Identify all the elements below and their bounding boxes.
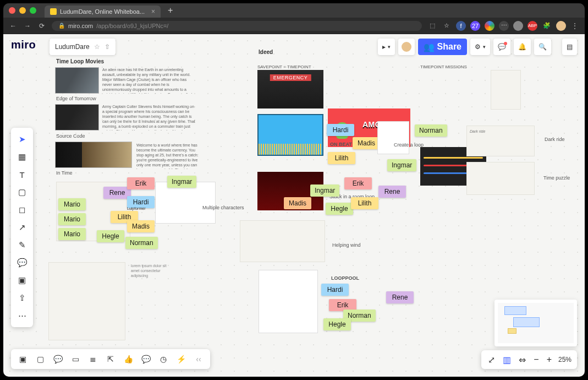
url-bar[interactable]: 🔒 miro.com/app/board/o9J_kjsUPNc=/	[52, 21, 422, 31]
sticky[interactable]: Lilith	[328, 152, 355, 164]
ext-icon[interactable]	[485, 21, 494, 31]
notifications-icon[interactable]: 🔔	[514, 39, 531, 55]
movie-caption[interactable]: Edge of Tomorrow	[56, 96, 96, 101]
upload-icon[interactable]: ⇧	[105, 43, 110, 51]
reload-button[interactable]: ⟳	[37, 21, 46, 30]
sticky[interactable]: Ingmar	[310, 184, 339, 197]
sticky[interactable]: Erik	[127, 177, 155, 189]
template-tool[interactable]: ▦	[13, 149, 31, 165]
share-button[interactable]: 👥 Share	[418, 39, 467, 55]
sticky[interactable]: Rene	[378, 186, 406, 198]
chat-icon[interactable]: 💬	[138, 351, 154, 367]
settings-icon[interactable]: ⚙▾	[470, 39, 490, 55]
ext-icon[interactable]	[513, 21, 523, 31]
zoom-in-button[interactable]: +	[546, 355, 553, 365]
star-board-icon[interactable]: ☆	[94, 43, 100, 51]
sticky[interactable]: Hegle	[326, 203, 353, 215]
movie-desc[interactable]: Welcome to a world where time has become…	[136, 143, 200, 169]
section-title[interactable]: Ideed	[259, 49, 273, 55]
present-icon[interactable]: ▢	[32, 351, 48, 367]
image-in-time[interactable]	[55, 142, 132, 168]
forward-button[interactable]: →	[23, 21, 32, 30]
sticky[interactable]: Hardi	[327, 124, 354, 136]
more-tools[interactable]: ⋯	[13, 307, 31, 324]
history-icon[interactable]: ≣	[85, 351, 101, 367]
sticky[interactable]: Hegle	[323, 318, 351, 330]
new-tab-button[interactable]: +	[168, 6, 173, 15]
movie-desc[interactable]: Army Captain Colter Stevens finds himsel…	[102, 104, 196, 131]
sticky[interactable]: Madis	[284, 197, 311, 209]
sticky[interactable]: Ingmar	[387, 159, 416, 171]
thumbs-up-icon[interactable]: 👍	[120, 351, 136, 367]
board-name-chip[interactable]: LudumDare ☆ ⇧	[50, 39, 116, 55]
notes-panel-button[interactable]: ▤	[562, 39, 577, 55]
sticky[interactable]: Lilith	[351, 197, 378, 209]
browser-tab[interactable]: LudumDare, Online Whiteboa... ×	[45, 6, 161, 18]
label[interactable]: Helping wind	[332, 242, 361, 248]
overflow-menu[interactable]: ⋮	[570, 21, 579, 30]
label[interactable]: Time puzzle	[543, 175, 570, 181]
zoom-out-button[interactable]: −	[532, 355, 540, 365]
image-emergency[interactable]	[257, 70, 323, 108]
image-onbeat[interactable]	[257, 114, 323, 156]
movie-desc[interactable]: An alien race has hit the Earth in an un…	[102, 67, 196, 94]
sketch-loop[interactable]	[377, 121, 409, 154]
timer-icon[interactable]: ◷	[155, 351, 172, 367]
sticky[interactable]: Norman	[125, 237, 158, 249]
image-source-code[interactable]	[55, 104, 99, 131]
miro-logo[interactable]: miro	[11, 39, 36, 51]
sticky[interactable]: Madis	[353, 137, 380, 149]
section-title[interactable]: Time Loop Movies	[56, 58, 104, 64]
comment-tool[interactable]: 💬	[13, 254, 31, 271]
ext-icon[interactable]: ABP	[527, 21, 537, 31]
sticky[interactable]: Mario	[58, 213, 86, 225]
movie-caption[interactable]: In Time	[56, 170, 73, 176]
map-icon[interactable]: ▥	[502, 355, 512, 365]
label[interactable]: SAVEPOINT = TIMEPOINT	[257, 64, 311, 69]
label[interactable]: Multiple characters	[202, 205, 244, 210]
shape-tool[interactable]: ◻	[13, 202, 31, 218]
voting-icon[interactable]: ⚡	[173, 351, 189, 367]
ext-icon[interactable]: ⋯	[499, 21, 509, 31]
frame-tool[interactable]: ▣	[13, 272, 31, 289]
comments-icon[interactable]: 💬	[493, 39, 510, 55]
search-icon[interactable]: 🔍	[534, 39, 551, 55]
sticky[interactable]: Hardi	[321, 284, 349, 296]
sticky-tool[interactable]: ▢	[13, 184, 31, 200]
minimap[interactable]	[494, 300, 577, 346]
presence-avatars[interactable]	[398, 39, 415, 55]
sketch-time-puzzle[interactable]	[466, 162, 535, 195]
maximize-window-button[interactable]	[30, 7, 36, 14]
ext-icon[interactable]: 27	[470, 21, 480, 31]
close-window-button[interactable]	[9, 7, 15, 14]
label[interactable]: Dark ride	[545, 137, 565, 142]
sketch-diagram[interactable]	[155, 182, 216, 224]
label[interactable]: ON BEAT	[330, 142, 352, 147]
cursor-mode-button[interactable]: ▸▾	[378, 39, 395, 55]
sticky[interactable]: Norman	[415, 124, 447, 137]
minimize-window-button[interactable]	[19, 7, 26, 14]
card-icon[interactable]: ▭	[67, 351, 84, 367]
sticky[interactable]: Erik	[344, 177, 372, 189]
frames-icon[interactable]: ▣	[14, 351, 31, 367]
pen-tool[interactable]: ✎	[13, 237, 31, 253]
fit-icon[interactable]: ⇔	[518, 355, 527, 365]
label[interactable]: TIMEPOINT MISSIONS	[420, 64, 467, 69]
label[interactable]: LOOPPOOL	[331, 275, 359, 281]
select-tool[interactable]: ➤	[13, 131, 31, 148]
sticky-subtext[interactable]: Luipformer	[127, 206, 145, 211]
ext-icon[interactable]: f	[456, 21, 466, 31]
sketch-looppool[interactable]	[259, 270, 318, 333]
export-icon[interactable]: ⇱	[102, 351, 119, 367]
ext-menu-icon[interactable]: 🧩	[542, 21, 552, 31]
sticky[interactable]: Madis	[127, 220, 155, 232]
close-tab-button[interactable]: ×	[151, 8, 155, 15]
collapse-bottom-icon[interactable]: ‹‹	[190, 351, 207, 367]
sketch-luipformer[interactable]	[48, 262, 125, 340]
star-icon[interactable]: ☆	[442, 21, 452, 31]
bookmarks-icon[interactable]: ⬚	[427, 21, 437, 31]
label[interactable]: Create a loop	[394, 142, 424, 148]
comments-bottom-icon[interactable]: 💬	[50, 351, 66, 367]
profile-avatar[interactable]	[556, 21, 566, 31]
line-tool[interactable]: ↗	[13, 219, 31, 236]
